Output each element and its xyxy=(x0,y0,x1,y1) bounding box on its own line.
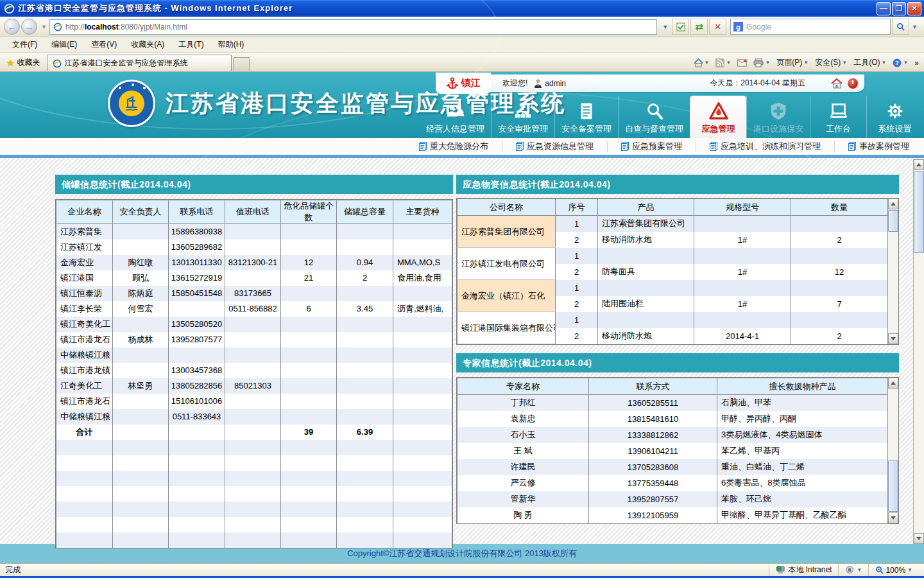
feeds-button[interactable]: ▼ xyxy=(715,58,731,67)
home-shortcut-icon[interactable] xyxy=(831,78,843,89)
nav-item-自查与督查管理[interactable]: 自查与督查管理 xyxy=(618,96,690,138)
nav-item-安全备案管理[interactable]: 安全备案管理 xyxy=(554,96,618,138)
address-dropdown-icon[interactable]: ▼ xyxy=(662,24,668,30)
scrollbar-thumb[interactable] xyxy=(914,171,924,253)
nav-item-应急管理[interactable]: 应急管理 xyxy=(690,96,746,138)
back-button[interactable]: ← xyxy=(4,19,20,35)
window-title: 江苏省港口安全监管与应急管理系统 - Windows Internet Expl… xyxy=(18,3,875,14)
column-header: 专家名称 xyxy=(458,378,589,395)
scroll-down-button[interactable] xyxy=(914,533,924,544)
subnav-item-应急资源信息管理[interactable]: 应急资源信息管理 xyxy=(502,141,607,152)
history-dropdown-icon[interactable]: ▼ xyxy=(41,24,47,30)
menu-item[interactable]: 帮助(H) xyxy=(211,38,252,51)
refresh-button[interactable]: ⇄ xyxy=(690,19,708,35)
document-small-icon xyxy=(710,142,717,151)
cell xyxy=(337,332,393,347)
intranet-icon xyxy=(776,566,785,574)
cell xyxy=(56,517,113,532)
document-small-icon xyxy=(516,142,524,151)
nav-item-工作台[interactable]: 工作台 xyxy=(810,96,866,138)
cell xyxy=(169,347,225,363)
help-button[interactable]: ?▼ xyxy=(893,58,908,67)
cell: 镇江市港龙石 xyxy=(56,332,113,347)
cell xyxy=(56,502,113,517)
scroll-down-button[interactable] xyxy=(888,512,898,523)
scroll-up-button[interactable] xyxy=(914,159,924,170)
cell xyxy=(393,471,452,486)
nav-item-安全审批管理[interactable]: 安全审批管理 xyxy=(491,96,554,138)
cell xyxy=(56,532,113,548)
cell: 15896380938 xyxy=(169,224,225,240)
search-input[interactable] xyxy=(746,22,887,31)
cell: 13605289682 xyxy=(169,240,225,255)
nav-item-系统设置[interactable]: 系统设置 xyxy=(866,96,923,138)
column-header: 值班电话 xyxy=(225,200,281,224)
nav-item-港口设施保安[interactable]: 港口设施保安 xyxy=(746,96,810,138)
expert-row: 许建民13705283608重油、白蜡油、丁二烯 xyxy=(458,459,888,475)
magnifier-icon xyxy=(645,101,664,121)
nav-item-经营人信息管理[interactable]: 经营人信息管理 xyxy=(420,96,491,138)
search-go-button[interactable] xyxy=(892,19,909,35)
region-tab[interactable]: 镇江 xyxy=(436,73,491,94)
cell xyxy=(393,224,452,240)
orgchart-icon xyxy=(513,101,533,121)
overflow-chevron-icon[interactable]: » xyxy=(914,58,919,67)
supplies-scrollbar[interactable] xyxy=(887,198,898,344)
subnav-item-应急预案管理[interactable]: 应急预案管理 xyxy=(607,141,696,152)
cell xyxy=(337,286,393,301)
minimize-button[interactable]: — xyxy=(877,2,891,15)
menu-item[interactable]: 收藏夹(A) xyxy=(124,38,171,51)
subnav-item-事故案例管理[interactable]: 事故案例管理 xyxy=(834,141,923,152)
tools-menu[interactable]: 工具(O)▼ xyxy=(853,57,886,68)
document-small-icon xyxy=(621,142,629,151)
cell: 金海宏业 xyxy=(56,255,113,270)
menu-item[interactable]: 工具(T) xyxy=(171,38,210,51)
subnav-item-重大危险源分布[interactable]: 重大危险源分布 xyxy=(406,141,502,152)
table-row: 镇江市港龙石15106101006 xyxy=(56,394,452,409)
browser-tab[interactable]: 江苏省港口安全监管与应急管理系统 xyxy=(47,55,232,71)
cell xyxy=(113,502,169,517)
protected-mode-control[interactable]: ▼ xyxy=(838,564,868,576)
home-button[interactable]: ▼ xyxy=(694,58,710,67)
menu-item[interactable]: 编辑(E) xyxy=(44,38,84,51)
subnav-item-应急培训、演练和演习管理[interactable]: 应急培训、演练和演习管理 xyxy=(696,141,834,152)
cell xyxy=(113,224,169,240)
menu-item[interactable]: 查看(V) xyxy=(84,38,124,51)
stop-button[interactable]: ✕ xyxy=(709,19,726,35)
compatibility-button[interactable] xyxy=(672,19,689,35)
page-menu[interactable]: 页面(P)▼ xyxy=(776,57,809,68)
mail-button[interactable] xyxy=(737,59,747,67)
cell xyxy=(393,486,452,502)
cell: 江苏索普集 xyxy=(56,224,113,240)
star-icon: ★ xyxy=(6,58,15,68)
address-field[interactable]: http://localhost:8080/yjpt/Main.html xyxy=(49,19,657,35)
favorites-button[interactable]: ★ 收藏夹 xyxy=(3,55,47,71)
scroll-up-button[interactable] xyxy=(888,378,898,389)
safety-menu[interactable]: 安全(S)▼ xyxy=(815,57,847,68)
search-box[interactable]: g xyxy=(730,19,891,35)
scroll-down-button[interactable] xyxy=(888,333,898,344)
zoom-control[interactable]: 100% ▼ xyxy=(868,564,919,576)
new-tab-stub[interactable] xyxy=(233,57,250,71)
cell: 陆用围油栏 xyxy=(598,296,694,312)
cell xyxy=(791,280,888,296)
print-button[interactable]: ▼ xyxy=(753,58,770,67)
scroll-up-button[interactable] xyxy=(888,198,898,209)
menu-item[interactable]: 文件(F) xyxy=(5,38,44,51)
experts-scrollbar[interactable] xyxy=(887,378,898,523)
scrollbar-thumb[interactable] xyxy=(888,210,898,232)
logout-power-icon[interactable] xyxy=(848,78,858,89)
company-cell: 江苏镇江发电有限公司 xyxy=(458,248,556,280)
cell: 王 斌 xyxy=(458,443,589,459)
search-dropdown-icon[interactable]: ▼ xyxy=(912,24,918,30)
close-button[interactable]: ✕ xyxy=(907,2,921,15)
cell xyxy=(791,248,888,264)
cell: 2 xyxy=(556,232,598,248)
cell xyxy=(337,240,393,255)
maximize-button[interactable]: ❐ xyxy=(892,2,906,15)
empty-row xyxy=(56,532,452,548)
cell xyxy=(393,502,452,517)
forward-button[interactable]: → xyxy=(21,19,37,35)
scrollbar-thumb[interactable] xyxy=(888,460,898,512)
page-scrollbar[interactable] xyxy=(913,159,924,544)
